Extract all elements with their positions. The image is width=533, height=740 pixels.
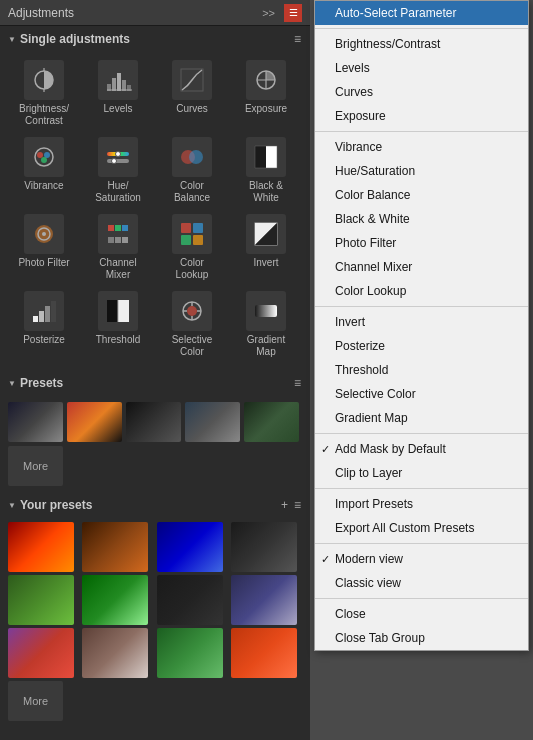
menu-icon: ☰	[289, 7, 298, 18]
menu-item-add-mask[interactable]: Add Mask by Default	[315, 437, 528, 461]
presets-list-icon[interactable]: ≡	[293, 375, 302, 391]
adj-levels[interactable]: Levels	[82, 56, 154, 131]
adjustments-panel: Adjustments >> ☰ ▼ Single adjustments ≡	[0, 0, 310, 740]
menu-separator	[315, 306, 528, 307]
menu-item-close-tab-group[interactable]: Close Tab Group	[315, 626, 528, 650]
menu-item-brightness-contrast[interactable]: Brightness/Contrast	[315, 32, 528, 56]
presets-more-button[interactable]: More	[8, 446, 63, 486]
adj-channel-mixer[interactable]: ChannelMixer	[82, 210, 154, 285]
color-balance-icon	[172, 137, 212, 177]
adj-black-white[interactable]: Black &White	[230, 133, 302, 208]
gradient-map-icon	[246, 291, 286, 331]
menu-item-modern-view[interactable]: Modern view	[315, 547, 528, 571]
presets-label: Presets	[20, 376, 63, 390]
menu-item-auto-select[interactable]: Auto-Select Parameter	[315, 1, 528, 25]
adj-posterize[interactable]: Posterize	[8, 287, 80, 362]
adj-vibrance[interactable]: Vibrance	[8, 133, 80, 208]
menu-item-clip-to-layer[interactable]: Clip to Layer	[315, 461, 528, 485]
section-icons: ≡	[293, 31, 302, 47]
menu-button[interactable]: ☰	[284, 4, 302, 22]
your-preset-9[interactable]	[8, 628, 74, 678]
your-preset-12[interactable]	[231, 628, 297, 678]
adj-photo-filter[interactable]: Photo Filter	[8, 210, 80, 285]
vibrance-icon	[24, 137, 64, 177]
menu-item-color-lookup[interactable]: Color Lookup	[315, 279, 528, 303]
adj-label: Vibrance	[24, 180, 63, 192]
your-preset-3[interactable]	[157, 522, 223, 572]
adj-label: Posterize	[23, 334, 65, 346]
adj-invert[interactable]: Invert	[230, 210, 302, 285]
adj-color-lookup[interactable]: ColorLookup	[156, 210, 228, 285]
svg-rect-28	[108, 225, 114, 231]
posterize-icon	[24, 291, 64, 331]
menu-item-channel-mixer[interactable]: Channel Mixer	[315, 255, 528, 279]
preset-thumb-3[interactable]	[126, 402, 181, 442]
adj-label: Levels	[104, 103, 133, 115]
your-preset-6[interactable]	[82, 575, 148, 625]
adj-curves[interactable]: Curves	[156, 56, 228, 131]
svg-point-19	[189, 150, 203, 164]
your-preset-4[interactable]	[231, 522, 297, 572]
panel-header-icons: >> ☰	[259, 4, 302, 22]
adj-color-balance[interactable]: ColorBalance	[156, 133, 228, 208]
menu-item-color-balance[interactable]: Color Balance	[315, 183, 528, 207]
svg-rect-34	[181, 223, 191, 233]
add-preset-button[interactable]: +	[280, 497, 289, 513]
preset-thumb-1[interactable]	[8, 402, 63, 442]
your-presets-triangle: ▼	[8, 501, 16, 510]
menu-item-curves[interactable]: Curves	[315, 80, 528, 104]
menu-item-photo-filter[interactable]: Photo Filter	[315, 231, 528, 255]
menu-item-hue-saturation[interactable]: Hue/Saturation	[315, 159, 528, 183]
preset-thumb-5[interactable]	[244, 402, 299, 442]
menu-item-posterize[interactable]: Posterize	[315, 334, 528, 358]
your-preset-8[interactable]	[231, 575, 297, 625]
svg-rect-43	[107, 300, 118, 322]
svg-point-47	[187, 306, 197, 316]
your-preset-10[interactable]	[82, 628, 148, 678]
your-presets-list-icon[interactable]: ≡	[293, 497, 302, 513]
svg-rect-37	[193, 235, 203, 245]
preset-thumb-2[interactable]	[67, 402, 122, 442]
menu-item-close[interactable]: Close	[315, 602, 528, 626]
section-list-icon[interactable]: ≡	[293, 31, 302, 47]
selective-color-icon	[172, 291, 212, 331]
exposure-icon	[246, 60, 286, 100]
your-presets-more-button[interactable]: More	[8, 681, 63, 721]
svg-rect-39	[33, 316, 38, 322]
svg-rect-44	[118, 300, 129, 322]
curves-icon	[172, 60, 212, 100]
your-preset-7[interactable]	[157, 575, 223, 625]
menu-item-levels[interactable]: Levels	[315, 56, 528, 80]
adj-threshold[interactable]: Threshold	[82, 287, 154, 362]
adj-hue-saturation[interactable]: Hue/Saturation	[82, 133, 154, 208]
your-preset-1[interactable]	[8, 522, 74, 572]
svg-point-13	[41, 157, 47, 163]
preset-thumb-4[interactable]	[185, 402, 240, 442]
menu-item-threshold[interactable]: Threshold	[315, 358, 528, 382]
your-preset-11[interactable]	[157, 628, 223, 678]
menu-item-export-presets[interactable]: Export All Custom Presets	[315, 516, 528, 540]
svg-rect-4	[122, 80, 126, 91]
adj-label: Curves	[176, 103, 208, 115]
svg-rect-41	[45, 306, 50, 322]
menu-item-exposure[interactable]: Exposure	[315, 104, 528, 128]
adj-label: Photo Filter	[18, 257, 69, 269]
menu-item-gradient-map[interactable]: Gradient Map	[315, 406, 528, 430]
menu-item-invert[interactable]: Invert	[315, 310, 528, 334]
adj-gradient-map[interactable]: GradientMap	[230, 287, 302, 362]
menu-item-vibrance[interactable]: Vibrance	[315, 135, 528, 159]
adj-brightness-contrast[interactable]: Brightness/Contrast	[8, 56, 80, 131]
menu-item-classic-view[interactable]: Classic view	[315, 571, 528, 595]
svg-rect-29	[115, 225, 121, 231]
adj-exposure[interactable]: Exposure	[230, 56, 302, 131]
menu-item-black-white[interactable]: Black & White	[315, 207, 528, 231]
dropdown-menu: Auto-Select ParameterBrightness/Contrast…	[314, 0, 529, 651]
menu-item-import-presets[interactable]: Import Presets	[315, 492, 528, 516]
adj-selective-color[interactable]: SelectiveColor	[156, 287, 228, 362]
adj-label: Brightness/Contrast	[19, 103, 69, 127]
your-preset-5[interactable]	[8, 575, 74, 625]
photo-filter-icon	[24, 214, 64, 254]
menu-item-selective-color[interactable]: Selective Color	[315, 382, 528, 406]
expand-button[interactable]: >>	[259, 6, 278, 20]
your-preset-2[interactable]	[82, 522, 148, 572]
